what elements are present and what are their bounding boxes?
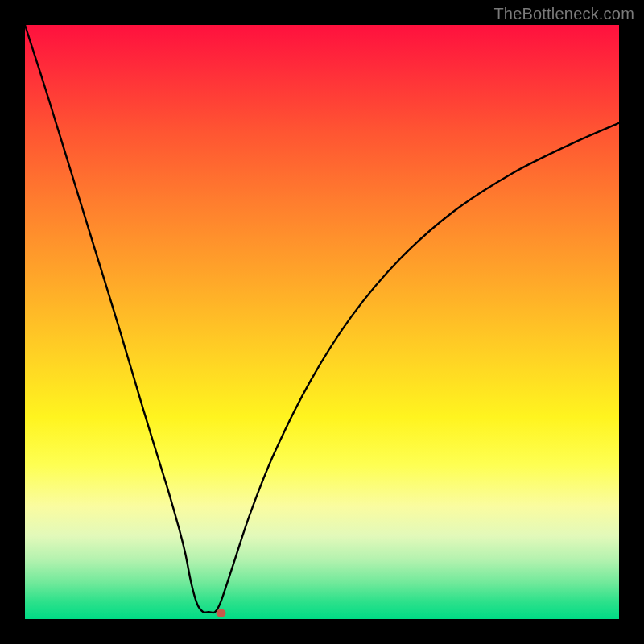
optimum-marker — [217, 609, 226, 617]
chart-svg — [25, 25, 619, 619]
bottleneck-curve — [25, 25, 619, 613]
chart-frame: TheBottleneck.com — [0, 0, 644, 644]
watermark-text: TheBottleneck.com — [493, 5, 634, 23]
